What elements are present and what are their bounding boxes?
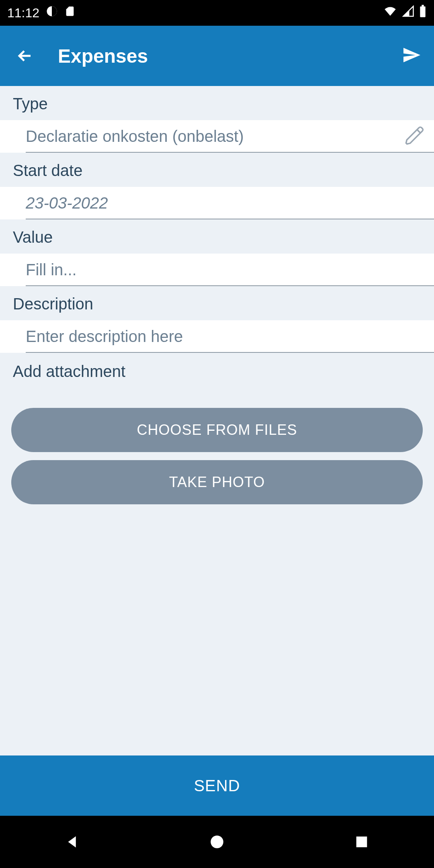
triangle-left-icon — [64, 833, 81, 850]
paper-plane-icon — [402, 45, 421, 65]
startdate-field-row[interactable]: 23-03-2022 — [0, 187, 434, 219]
take-photo-button[interactable]: TAKE PHOTO — [11, 460, 423, 504]
sd-card-icon — [64, 5, 76, 21]
type-label: Type — [0, 86, 434, 120]
arrow-left-icon — [15, 46, 35, 66]
type-value: Declaratie onkosten (onbelast) — [26, 127, 244, 145]
send-button[interactable]: SEND — [0, 755, 434, 816]
description-label: Description — [0, 286, 434, 320]
type-field-row[interactable]: Declaratie onkosten (onbelast) — [0, 120, 434, 153]
status-time: 11:12 — [7, 6, 39, 20]
value-input[interactable] — [26, 261, 426, 279]
value-label: Value — [0, 219, 434, 254]
cellular-icon — [402, 5, 415, 20]
value-field-row — [0, 254, 434, 286]
choose-files-button[interactable]: CHOOSE FROM FILES — [11, 408, 423, 452]
svg-point-3 — [211, 835, 223, 848]
attachment-label: Add attachment — [0, 353, 434, 388]
spacer — [0, 504, 434, 755]
startdate-label: Start date — [0, 153, 434, 187]
svg-rect-4 — [356, 837, 367, 848]
send-action[interactable] — [402, 45, 421, 66]
status-bar: 11:12 — [0, 0, 434, 26]
circle-icon — [209, 833, 225, 850]
nav-home-button[interactable] — [205, 830, 229, 854]
nav-recent-button[interactable] — [350, 830, 374, 854]
svg-rect-2 — [422, 5, 424, 6]
page-title: Expenses — [58, 45, 402, 67]
nav-back-button[interactable] — [60, 830, 84, 854]
attachment-buttons: CHOOSE FROM FILES TAKE PHOTO — [0, 388, 434, 504]
square-icon — [354, 834, 370, 850]
wifi-icon — [383, 5, 398, 20]
system-nav-bar — [0, 816, 434, 868]
pencil-icon — [404, 125, 426, 147]
back-button[interactable] — [13, 44, 37, 68]
startdate-value: 23-03-2022 — [26, 194, 108, 212]
send-label: SEND — [194, 777, 240, 795]
battery-icon — [419, 5, 427, 21]
description-input[interactable] — [26, 328, 426, 346]
app-bar: Expenses — [0, 26, 434, 86]
do-not-disturb-icon — [46, 5, 58, 20]
description-field-row — [0, 320, 434, 353]
svg-rect-1 — [420, 6, 425, 17]
